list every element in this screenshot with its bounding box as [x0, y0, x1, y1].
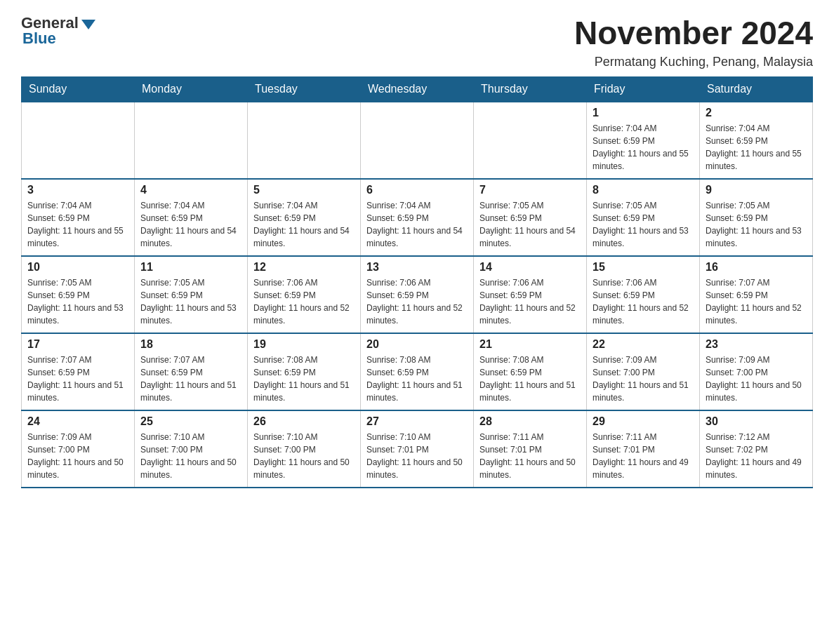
calendar-cell: 11Sunrise: 7:05 AMSunset: 6:59 PMDayligh…	[135, 256, 248, 333]
calendar-week-2: 3Sunrise: 7:04 AMSunset: 6:59 PMDaylight…	[22, 179, 813, 256]
day-info: Sunrise: 7:08 AMSunset: 6:59 PMDaylight:…	[366, 354, 468, 404]
calendar-table: SundayMondayTuesdayWednesdayThursdayFrid…	[21, 76, 813, 488]
calendar-cell: 23Sunrise: 7:09 AMSunset: 7:00 PMDayligh…	[700, 333, 813, 410]
calendar-cell: 12Sunrise: 7:06 AMSunset: 6:59 PMDayligh…	[248, 256, 361, 333]
calendar-cell	[474, 102, 587, 179]
calendar-cell: 9Sunrise: 7:05 AMSunset: 6:59 PMDaylight…	[700, 179, 813, 256]
calendar-header-sunday: Sunday	[22, 77, 135, 102]
day-info: Sunrise: 7:05 AMSunset: 6:59 PMDaylight:…	[593, 199, 694, 250]
day-number: 29	[593, 415, 694, 428]
day-number: 4	[140, 184, 241, 196]
day-info: Sunrise: 7:07 AMSunset: 6:59 PMDaylight:…	[27, 354, 128, 404]
calendar-cell: 17Sunrise: 7:07 AMSunset: 6:59 PMDayligh…	[22, 333, 135, 410]
logo-blue-text: Blue	[22, 29, 56, 48]
day-info: Sunrise: 7:12 AMSunset: 7:02 PMDaylight:…	[706, 431, 807, 481]
day-info: Sunrise: 7:06 AMSunset: 6:59 PMDaylight:…	[366, 276, 468, 327]
day-info: Sunrise: 7:04 AMSunset: 6:59 PMDaylight:…	[253, 199, 355, 250]
day-number: 8	[593, 184, 694, 196]
day-number: 5	[253, 184, 355, 196]
day-info: Sunrise: 7:10 AMSunset: 7:01 PMDaylight:…	[366, 431, 468, 481]
calendar-cell: 2Sunrise: 7:04 AMSunset: 6:59 PMDaylight…	[700, 102, 813, 179]
day-number: 7	[479, 184, 581, 196]
calendar-cell: 24Sunrise: 7:09 AMSunset: 7:00 PMDayligh…	[22, 410, 135, 488]
calendar-header-monday: Monday	[135, 77, 248, 102]
day-info: Sunrise: 7:05 AMSunset: 6:59 PMDaylight:…	[706, 199, 807, 250]
day-number: 27	[366, 415, 468, 428]
title-area: November 2024 Permatang Kuching, Penang,…	[574, 14, 813, 69]
calendar-week-5: 24Sunrise: 7:09 AMSunset: 7:00 PMDayligh…	[22, 410, 813, 488]
day-info: Sunrise: 7:04 AMSunset: 6:59 PMDaylight:…	[140, 199, 241, 250]
calendar-cell: 4Sunrise: 7:04 AMSunset: 6:59 PMDaylight…	[135, 179, 248, 256]
calendar-header-thursday: Thursday	[474, 77, 587, 102]
calendar-week-1: 1Sunrise: 7:04 AMSunset: 6:59 PMDaylight…	[22, 102, 813, 179]
day-number: 30	[706, 415, 807, 428]
day-number: 19	[253, 338, 355, 351]
day-number: 21	[479, 338, 581, 351]
day-info: Sunrise: 7:11 AMSunset: 7:01 PMDaylight:…	[479, 431, 581, 481]
calendar-cell: 21Sunrise: 7:08 AMSunset: 6:59 PMDayligh…	[474, 333, 587, 410]
day-number: 6	[366, 184, 468, 196]
day-number: 25	[140, 415, 241, 428]
day-number: 20	[366, 338, 468, 351]
calendar-cell: 20Sunrise: 7:08 AMSunset: 6:59 PMDayligh…	[361, 333, 474, 410]
day-number: 3	[27, 184, 128, 196]
calendar-header-saturday: Saturday	[700, 77, 813, 102]
day-number: 9	[706, 184, 807, 196]
calendar-cell: 30Sunrise: 7:12 AMSunset: 7:02 PMDayligh…	[700, 410, 813, 488]
calendar-cell: 3Sunrise: 7:04 AMSunset: 6:59 PMDaylight…	[22, 179, 135, 256]
logo-arrow-icon	[81, 20, 95, 29]
calendar-header-friday: Friday	[587, 77, 700, 102]
calendar-cell	[248, 102, 361, 179]
day-info: Sunrise: 7:09 AMSunset: 7:00 PMDaylight:…	[27, 431, 128, 481]
calendar-cell: 15Sunrise: 7:06 AMSunset: 6:59 PMDayligh…	[587, 256, 700, 333]
day-number: 26	[253, 415, 355, 428]
location: Permatang Kuching, Penang, Malaysia	[574, 55, 813, 69]
day-info: Sunrise: 7:04 AMSunset: 6:59 PMDaylight:…	[706, 122, 807, 173]
day-number: 10	[27, 261, 128, 274]
calendar-week-3: 10Sunrise: 7:05 AMSunset: 6:59 PMDayligh…	[22, 256, 813, 333]
calendar-cell: 29Sunrise: 7:11 AMSunset: 7:01 PMDayligh…	[587, 410, 700, 488]
day-info: Sunrise: 7:07 AMSunset: 6:59 PMDaylight:…	[140, 354, 241, 404]
calendar-header-wednesday: Wednesday	[361, 77, 474, 102]
day-number: 2	[706, 107, 807, 119]
day-info: Sunrise: 7:05 AMSunset: 6:59 PMDaylight:…	[479, 199, 581, 250]
calendar-cell: 28Sunrise: 7:11 AMSunset: 7:01 PMDayligh…	[474, 410, 587, 488]
day-info: Sunrise: 7:11 AMSunset: 7:01 PMDaylight:…	[593, 431, 694, 481]
day-number: 13	[366, 261, 468, 274]
day-info: Sunrise: 7:09 AMSunset: 7:00 PMDaylight:…	[593, 354, 694, 404]
calendar-cell: 13Sunrise: 7:06 AMSunset: 6:59 PMDayligh…	[361, 256, 474, 333]
day-number: 18	[140, 338, 241, 351]
month-title: November 2024	[574, 14, 813, 52]
calendar-header-tuesday: Tuesday	[248, 77, 361, 102]
calendar-cell: 14Sunrise: 7:06 AMSunset: 6:59 PMDayligh…	[474, 256, 587, 333]
calendar-cell: 7Sunrise: 7:05 AMSunset: 6:59 PMDaylight…	[474, 179, 587, 256]
day-info: Sunrise: 7:04 AMSunset: 6:59 PMDaylight:…	[366, 199, 468, 250]
day-number: 17	[27, 338, 128, 351]
day-number: 15	[593, 261, 694, 274]
day-info: Sunrise: 7:05 AMSunset: 6:59 PMDaylight:…	[140, 276, 241, 327]
day-info: Sunrise: 7:10 AMSunset: 7:00 PMDaylight:…	[253, 431, 355, 481]
calendar-cell: 26Sunrise: 7:10 AMSunset: 7:00 PMDayligh…	[248, 410, 361, 488]
calendar-header-row: SundayMondayTuesdayWednesdayThursdayFrid…	[22, 77, 813, 102]
day-number: 1	[593, 107, 694, 119]
day-info: Sunrise: 7:04 AMSunset: 6:59 PMDaylight:…	[27, 199, 128, 250]
day-number: 23	[706, 338, 807, 351]
calendar-cell: 1Sunrise: 7:04 AMSunset: 6:59 PMDaylight…	[587, 102, 700, 179]
calendar-cell: 6Sunrise: 7:04 AMSunset: 6:59 PMDaylight…	[361, 179, 474, 256]
day-info: Sunrise: 7:06 AMSunset: 6:59 PMDaylight:…	[253, 276, 355, 327]
logo: General Blue	[21, 14, 95, 48]
calendar-cell	[361, 102, 474, 179]
calendar-cell: 19Sunrise: 7:08 AMSunset: 6:59 PMDayligh…	[248, 333, 361, 410]
calendar-cell	[22, 102, 135, 179]
day-info: Sunrise: 7:07 AMSunset: 6:59 PMDaylight:…	[706, 276, 807, 327]
day-number: 22	[593, 338, 694, 351]
calendar-cell: 5Sunrise: 7:04 AMSunset: 6:59 PMDaylight…	[248, 179, 361, 256]
day-number: 28	[479, 415, 581, 428]
day-info: Sunrise: 7:05 AMSunset: 6:59 PMDaylight:…	[27, 276, 128, 327]
day-info: Sunrise: 7:06 AMSunset: 6:59 PMDaylight:…	[593, 276, 694, 327]
day-number: 11	[140, 261, 241, 274]
day-info: Sunrise: 7:10 AMSunset: 7:00 PMDaylight:…	[140, 431, 241, 481]
calendar-cell: 8Sunrise: 7:05 AMSunset: 6:59 PMDaylight…	[587, 179, 700, 256]
calendar-cell: 27Sunrise: 7:10 AMSunset: 7:01 PMDayligh…	[361, 410, 474, 488]
calendar-cell	[135, 102, 248, 179]
